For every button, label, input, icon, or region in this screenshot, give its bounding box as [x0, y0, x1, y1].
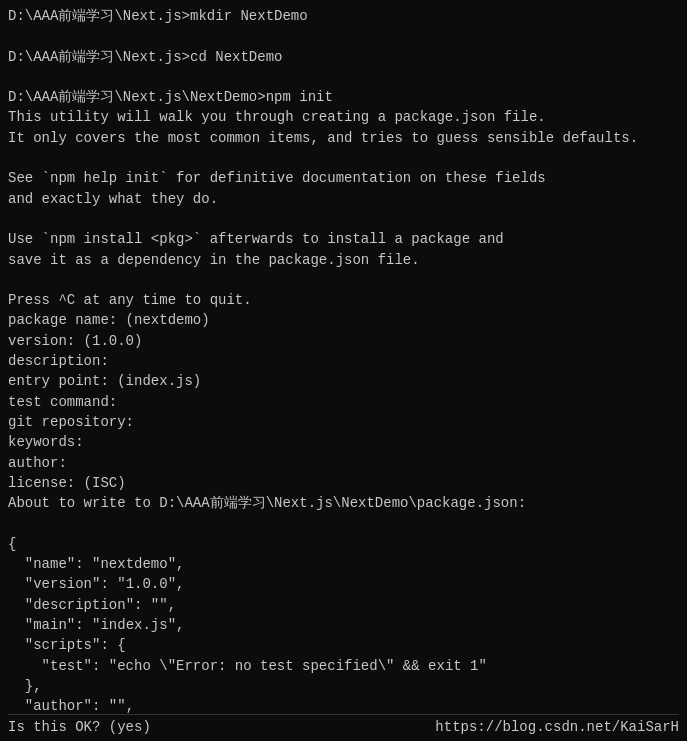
terminal-footer: Is this OK? (yes) https://blog.csdn.net/…: [8, 714, 679, 735]
terminal-line: "author": "",: [8, 696, 679, 714]
terminal-line: save it as a dependency in the package.j…: [8, 250, 679, 270]
terminal-line: package name: (nextdemo): [8, 310, 679, 330]
terminal-line: [8, 26, 679, 46]
terminal-line: author:: [8, 453, 679, 473]
terminal-line: "version": "1.0.0",: [8, 574, 679, 594]
terminal-line: keywords:: [8, 432, 679, 452]
terminal-line: [8, 67, 679, 87]
terminal-line: "name": "nextdemo",: [8, 554, 679, 574]
terminal-line: and exactly what they do.: [8, 189, 679, 209]
terminal-line: This utility will walk you through creat…: [8, 107, 679, 127]
terminal-line: {: [8, 534, 679, 554]
terminal-line: Use `npm install <pkg>` afterwards to in…: [8, 229, 679, 249]
terminal-line: [8, 148, 679, 168]
footer-prompt: Is this OK? (yes): [8, 719, 151, 735]
terminal-line: "test": "echo \"Error: no test specified…: [8, 656, 679, 676]
terminal-window: D:\AAA前端学习\Next.js>mkdir NextDemoD:\AAA前…: [0, 0, 687, 741]
terminal-line: entry point: (index.js): [8, 371, 679, 391]
terminal-line: [8, 209, 679, 229]
terminal-line: test command:: [8, 392, 679, 412]
terminal-line: D:\AAA前端学习\Next.js>cd NextDemo: [8, 47, 679, 67]
terminal-line: version: (1.0.0): [8, 331, 679, 351]
terminal-line: D:\AAA前端学习\Next.js\NextDemo>npm init: [8, 87, 679, 107]
terminal-line: [8, 513, 679, 533]
terminal-line: "main": "index.js",: [8, 615, 679, 635]
terminal-line: D:\AAA前端学习\Next.js>mkdir NextDemo: [8, 6, 679, 26]
terminal-line: "scripts": {: [8, 635, 679, 655]
terminal-line: license: (ISC): [8, 473, 679, 493]
terminal-line: About to write to D:\AAA前端学习\Next.js\Nex…: [8, 493, 679, 513]
terminal-line: git repository:: [8, 412, 679, 432]
footer-url: https://blog.csdn.net/KaiSarH: [435, 719, 679, 735]
terminal-line: },: [8, 676, 679, 696]
terminal-line: It only covers the most common items, an…: [8, 128, 679, 148]
terminal-line: description:: [8, 351, 679, 371]
terminal-line: See `npm help init` for definitive docum…: [8, 168, 679, 188]
terminal-line: [8, 270, 679, 290]
terminal-content: D:\AAA前端学习\Next.js>mkdir NextDemoD:\AAA前…: [8, 6, 679, 714]
terminal-line: "description": "",: [8, 595, 679, 615]
terminal-line: Press ^C at any time to quit.: [8, 290, 679, 310]
